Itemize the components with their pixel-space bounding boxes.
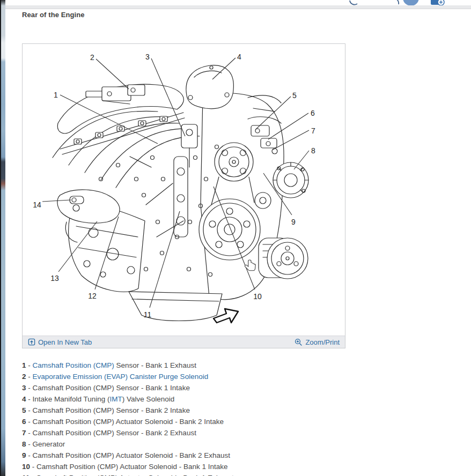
callout-number: 11 — [144, 310, 152, 319]
callout-number: 14 — [33, 200, 41, 209]
figure-caption-bar: Open In New Tab Zoom/Print — [23, 336, 345, 348]
open-in-new-tab-link[interactable]: Open In New Tab — [28, 338, 92, 346]
topbar-bg — [5, 0, 471, 5]
callout-number: 10 — [253, 292, 262, 301]
legend-item: 3 - Camshaft Position (CMP) Sensor - Ban… — [22, 382, 322, 393]
legend-item-number: 10 — [22, 463, 30, 471]
legend-item: 8 - Generator — [22, 438, 322, 450]
legend-item: 2 - Evaporative Emission (EVAP) Canister… — [22, 371, 322, 382]
legend-item-link[interactable]: Camshaft Position (CMP) — [33, 361, 114, 369]
legend-item-number: 8 — [22, 440, 26, 448]
legend-item: 9 - Camshaft Position (CMP) Actuator Sol… — [22, 450, 322, 461]
component-legend: 1 - Camshaft Position (CMP) Sensor - Ban… — [22, 360, 322, 476]
legend-item: 4 - Intake Manifold Tuning (IMT) Valve S… — [22, 393, 322, 405]
open-in-new-tab-label: Open In New Tab — [38, 338, 92, 346]
legend-item-number: 4 — [22, 395, 26, 403]
add-image-icon[interactable] — [431, 0, 444, 5]
callout-number: 7 — [311, 127, 315, 135]
callout-number: 3 — [145, 53, 150, 61]
callout-number: 12 — [88, 292, 97, 300]
legend-item-number: 6 — [22, 418, 26, 426]
legend-item-number: 7 — [22, 429, 26, 437]
legend-item-number: 2 — [22, 373, 26, 381]
zoom-print-link[interactable]: Zoom/Print — [295, 338, 340, 346]
callout-number: 1 — [54, 91, 58, 99]
legend-item: 6 - Camshaft Position (CMP) Actuator Sol… — [22, 416, 322, 427]
toolbar-gray-strip — [5, 5, 471, 9]
page-title: Rear of the Engine — [22, 11, 85, 19]
callout-number: 4 — [237, 53, 241, 61]
engine-figure: 1 2 3 4 5 6 7 8 9 10 11 12 13 14 Open In… — [22, 43, 345, 348]
callout-number: 5 — [292, 91, 297, 100]
legend-item-link[interactable]: IMT — [110, 395, 122, 403]
legend-item: 7 - Camshaft Position (CMP) Sensor - Ban… — [22, 427, 322, 438]
legend-item: 10 - Camshaft Position (CMP) Actuator So… — [22, 461, 322, 472]
legend-item-number: 9 — [22, 451, 26, 459]
callout-number: 6 — [311, 109, 315, 117]
callout-number: 8 — [311, 146, 315, 155]
legend-item-link[interactable]: Evaporative Emission (EVAP) Canister Pur… — [33, 373, 209, 381]
open-in-new-tab-icon — [28, 338, 35, 346]
topbar-graphics — [5, 0, 471, 9]
legend-item: 11 - Camshaft Position (CMP) Actuator So… — [22, 472, 322, 476]
zoom-magnifier-plus-icon — [295, 338, 303, 346]
legend-item-number: 1 — [22, 361, 26, 369]
legend-item-number: 3 — [22, 384, 26, 392]
legend-item: 5 - Camshaft Position (CMP) Sensor - Ban… — [22, 405, 322, 416]
browser-topbar — [5, 0, 471, 9]
callout-number: 13 — [50, 274, 59, 282]
callout-number: 2 — [90, 53, 94, 62]
toolbar-strip-border — [5, 9, 471, 9]
left-edge-window-strip — [0, 0, 5, 476]
legend-item-number: 11 — [22, 474, 30, 476]
engine-line-art — [53, 65, 308, 321]
engine-diagram-image[interactable]: 1 2 3 4 5 6 7 8 9 10 11 12 13 14 — [23, 44, 345, 336]
zoom-print-label: Zoom/Print — [305, 338, 340, 346]
callout-number: 9 — [291, 218, 296, 226]
legend-item-number: 5 — [22, 406, 26, 414]
legend-item: 1 - Camshaft Position (CMP) Sensor - Ban… — [22, 360, 322, 371]
